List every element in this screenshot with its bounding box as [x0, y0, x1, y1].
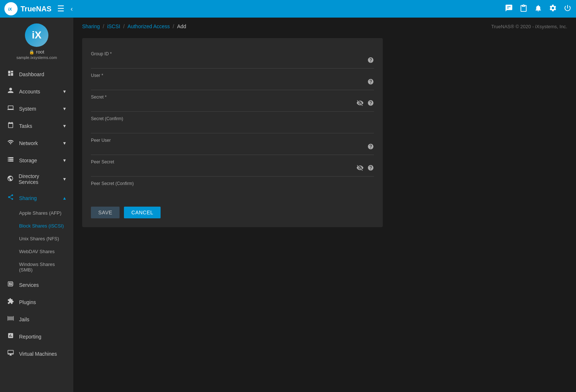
network-icon: [7, 139, 15, 147]
chevron-down-icon: ▼: [62, 158, 67, 163]
sidebar-item-accounts[interactable]: Accounts ▼: [0, 83, 73, 100]
sidebar-item-reporting[interactable]: Reporting: [0, 328, 73, 345]
avatar: iX: [25, 23, 48, 47]
app-logo[interactable]: iX TrueNAS: [4, 2, 51, 15]
help-icon-user[interactable]: [367, 78, 374, 87]
storage-icon: [7, 156, 15, 164]
sidebar-item-label: Reporting: [19, 334, 41, 340]
input-user[interactable]: [91, 79, 364, 88]
hamburger-icon[interactable]: ☰: [57, 4, 65, 14]
toggle-visibility-icon-secret[interactable]: [356, 99, 364, 108]
breadcrumb: Sharing / iSCSI / Authorized Access / Ad…: [73, 18, 576, 35]
bell-icon[interactable]: [534, 4, 542, 14]
label-group-id: Group ID *: [91, 51, 364, 56]
services-icon: [7, 281, 15, 289]
sidebar-item-webdav[interactable]: WebDAV Shares: [19, 245, 73, 258]
sidebar-item-label: Plugins: [19, 299, 36, 305]
plugins-icon: [7, 298, 15, 306]
sidebar-item-system[interactable]: System ▼: [0, 100, 73, 117]
sidebar-item-tasks[interactable]: Tasks ▼: [0, 117, 73, 134]
label-peer-secret-confirm: Peer Secret (Confirm): [91, 181, 374, 186]
sidebar-hostname: sample.ixsystems.com: [16, 55, 57, 60]
sidebar-item-label: Sharing: [19, 195, 37, 201]
sidebar-item-label: Network: [19, 140, 38, 146]
chevron-up-icon: ▲: [62, 196, 67, 201]
field-peer-secret-confirm: Peer Secret (Confirm): [91, 177, 374, 198]
input-peer-secret[interactable]: [91, 166, 353, 175]
field-secret: Secret *: [91, 90, 374, 112]
label-secret: Secret *: [91, 95, 353, 100]
label-peer-user: Peer User: [91, 138, 364, 143]
accounts-icon: [7, 87, 15, 96]
sidebar-item-label: Storage: [19, 158, 37, 163]
sidebar-item-jails[interactable]: Jails: [0, 311, 73, 328]
chevron-down-icon: ▼: [62, 177, 67, 182]
input-peer-user[interactable]: [91, 144, 364, 153]
topbar: iX TrueNAS ☰ ‹: [0, 0, 576, 18]
dashboard-icon: [7, 70, 15, 78]
sharing-icon: [7, 194, 15, 202]
field-peer-secret: Peer Secret: [91, 155, 374, 177]
sidebar-item-smb[interactable]: Windows Shares (SMB): [19, 258, 73, 276]
sidebar-item-plugins[interactable]: Plugins: [0, 293, 73, 311]
chevron-down-icon: ▼: [62, 89, 67, 94]
sidebar-item-dashboard[interactable]: Dashboard: [0, 66, 73, 83]
sidebar-item-virtual-machines[interactable]: Virtual Machines: [0, 345, 73, 362]
tasks-icon: [7, 122, 15, 130]
sidebar-item-nfs[interactable]: Unix Shares (NFS): [19, 232, 73, 245]
feedback-icon[interactable]: [505, 4, 513, 14]
back-icon[interactable]: ‹: [70, 5, 73, 13]
topbar-actions: [505, 4, 572, 14]
system-icon: [7, 104, 15, 113]
breadcrumb-sharing[interactable]: Sharing: [82, 23, 100, 29]
sidebar-item-sharing[interactable]: Sharing ▲: [0, 189, 73, 207]
sidebar-item-label: Services: [19, 282, 39, 288]
virtual-machines-icon: [7, 350, 15, 358]
power-icon[interactable]: [564, 4, 572, 14]
help-icon-group-id[interactable]: [367, 57, 374, 65]
input-secret-confirm[interactable]: [91, 123, 374, 132]
label-user: User *: [91, 73, 364, 78]
chevron-down-icon: ▼: [62, 106, 67, 111]
sidebar-item-afp[interactable]: Apple Shares (AFP): [19, 207, 73, 219]
sidebar-item-label: Jails: [19, 317, 29, 322]
sidebar-item-label: Virtual Machines: [19, 351, 57, 357]
clipboard-icon[interactable]: [520, 4, 528, 14]
jails-icon: [7, 315, 15, 323]
breadcrumb-authorized-access[interactable]: Authorized Access: [128, 23, 170, 29]
breadcrumb-iscsi[interactable]: iSCSI: [107, 23, 120, 29]
help-icon-peer-user[interactable]: [367, 143, 374, 152]
sidebar-item-network[interactable]: Network ▼: [0, 134, 73, 152]
chevron-down-icon: ▼: [62, 123, 67, 129]
chevron-down-icon: ▼: [62, 141, 67, 146]
field-user: User *: [91, 69, 374, 90]
sidebar-item-label: Tasks: [19, 123, 32, 129]
input-secret[interactable]: [91, 101, 353, 110]
brand-name: TrueNAS: [21, 5, 51, 13]
sidebar-item-storage[interactable]: Storage ▼: [0, 152, 73, 169]
main-content: Sharing / iSCSI / Authorized Access / Ad…: [73, 18, 576, 392]
form-actions: SAVE CANCEL: [91, 207, 374, 218]
label-peer-secret: Peer Secret: [91, 159, 353, 164]
help-icon-peer-secret[interactable]: [367, 164, 374, 173]
input-peer-secret-confirm[interactable]: [91, 188, 374, 196]
sidebar-item-label: Accounts: [19, 89, 40, 95]
cancel-button[interactable]: CANCEL: [124, 207, 161, 218]
input-group-id[interactable]: [91, 58, 364, 67]
sidebar-item-directory-services[interactable]: Directory Services ▼: [0, 169, 73, 189]
sidebar-username: 🔒 root: [29, 49, 44, 55]
sidebar-item-iscsi[interactable]: Block Shares (iSCSI): [19, 219, 73, 232]
field-peer-user: Peer User: [91, 133, 374, 155]
sidebar-nav: Dashboard Accounts ▼ System ▼: [0, 66, 73, 362]
sidebar-item-label: Dashboard: [19, 71, 44, 77]
breadcrumb-add: Add: [177, 23, 186, 29]
settings-icon[interactable]: [549, 4, 557, 14]
sharing-submenu: Apple Shares (AFP) Block Shares (iSCSI) …: [0, 207, 73, 276]
reporting-icon: [7, 332, 15, 341]
directory-services-icon: [7, 175, 14, 184]
toggle-visibility-icon-peer-secret[interactable]: [356, 164, 364, 173]
sidebar: iX 🔒 root sample.ixsystems.com Dashboard…: [0, 18, 73, 392]
sidebar-item-services[interactable]: Services: [0, 276, 73, 293]
help-icon-secret[interactable]: [367, 100, 374, 108]
save-button[interactable]: SAVE: [91, 207, 120, 218]
